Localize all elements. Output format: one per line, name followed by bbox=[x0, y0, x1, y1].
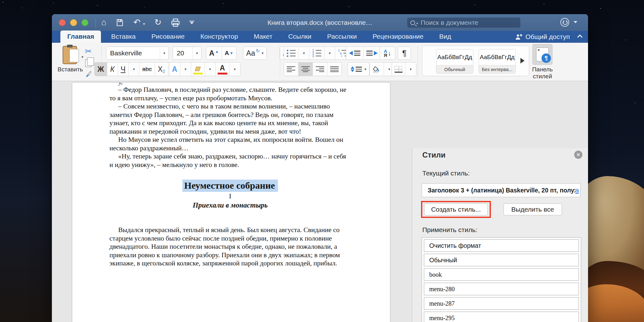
search-input[interactable] bbox=[421, 19, 517, 26]
shrink-font-button[interactable]: A▼ bbox=[222, 47, 236, 59]
chapter-heading[interactable]: Неуместное собрание bbox=[109, 180, 351, 192]
style-preview: АаБбВвГгДд bbox=[436, 49, 473, 65]
save-icon[interactable] bbox=[116, 19, 124, 27]
font-size-combo[interactable]: 20 ▾ bbox=[173, 47, 202, 60]
highlight-dropdown[interactable]: ▾ bbox=[205, 63, 216, 76]
print-icon[interactable] bbox=[171, 19, 180, 27]
customize-toolbar-icon[interactable] bbox=[189, 21, 194, 24]
font-size-dropdown-icon[interactable]: ▾ bbox=[192, 47, 201, 59]
home-icon[interactable]: ⌂ bbox=[101, 18, 106, 27]
autofit-link[interactable]: a bbox=[575, 186, 580, 194]
underline-dropdown[interactable]: ▾ bbox=[129, 63, 139, 76]
style-list-item[interactable]: menu-280 bbox=[424, 283, 579, 295]
section-title[interactable]: Приехали в монастырь bbox=[109, 201, 351, 210]
tab-review[interactable]: Рецензирование bbox=[367, 31, 429, 43]
feedback-smiley-icon[interactable] bbox=[560, 18, 569, 27]
style-list-item[interactable]: Обычный bbox=[424, 254, 579, 266]
selected-text[interactable]: Неуместное собрание bbox=[182, 180, 278, 192]
align-center-button[interactable] bbox=[298, 63, 313, 76]
text-effects-button[interactable]: А bbox=[169, 63, 180, 76]
line-spacing-dropdown-icon[interactable]: ▾ bbox=[364, 67, 366, 71]
line-spacing-button[interactable]: ▾ bbox=[347, 62, 369, 76]
sort-button[interactable]: АЯ↓ bbox=[380, 47, 395, 60]
style-list-item[interactable]: book bbox=[424, 268, 579, 281]
paragraph[interactable]: – Федор Павлович, в последний раз услови… bbox=[109, 86, 351, 102]
close-window-button[interactable] bbox=[59, 19, 66, 26]
minimize-window-button[interactable] bbox=[70, 19, 77, 26]
align-right-button[interactable] bbox=[313, 63, 327, 76]
shading-button[interactable] bbox=[370, 63, 384, 76]
word-window: ⌂ ↶ ▾ ↻ Книга вторая.docx (восстановле… … bbox=[52, 14, 588, 322]
font-color-dropdown[interactable]: ▾ bbox=[230, 63, 240, 76]
feedback-dropdown-icon[interactable] bbox=[574, 21, 577, 23]
tab-design[interactable]: Конструктор bbox=[195, 31, 244, 43]
style-card-no-spacing[interactable]: АаБбВвГгДд Без интерва... bbox=[479, 49, 516, 74]
decrease-indent-button[interactable] bbox=[346, 47, 364, 59]
style-list-item[interactable]: Очистить формат bbox=[424, 239, 579, 252]
align-left-button[interactable] bbox=[284, 63, 298, 76]
change-case-button[interactable]: Аа↻▾ bbox=[243, 47, 267, 60]
tab-home[interactable]: Главная bbox=[60, 31, 101, 43]
tab-mailings[interactable]: Рассылки bbox=[321, 31, 362, 43]
bullet-list-dropdown[interactable]: ▾ bbox=[299, 47, 309, 59]
borders-dropdown[interactable]: ▾ bbox=[405, 63, 416, 76]
current-style-field[interactable]: a bbox=[422, 183, 580, 197]
tab-insert[interactable]: Вставка bbox=[105, 31, 141, 43]
styles-pane-button[interactable]: ¶ bbox=[532, 44, 552, 65]
clipped-line[interactable]: у, bbox=[109, 83, 351, 86]
tab-layout[interactable]: Макет bbox=[248, 31, 278, 43]
document-page[interactable]: у, – Федор Павлович, в последний раз усл… bbox=[72, 83, 390, 322]
change-case-dropdown-icon[interactable]: ▾ bbox=[262, 51, 264, 55]
paragraph[interactable]: – Совсем неизвестно, с чего вы в таком в… bbox=[109, 102, 351, 136]
gallery-more-icon[interactable] bbox=[520, 58, 525, 64]
highlight-button[interactable] bbox=[191, 63, 205, 76]
select-all-button[interactable]: Выделить все bbox=[503, 203, 562, 215]
tab-view[interactable]: Вид bbox=[434, 31, 457, 43]
collapse-ribbon-icon[interactable] bbox=[577, 35, 583, 40]
style-card-normal[interactable]: АаБбВвГгДд Обычный bbox=[436, 49, 473, 74]
close-icon[interactable]: × bbox=[574, 151, 582, 159]
tab-draw[interactable]: Рисование bbox=[146, 31, 190, 43]
strikethrough-button[interactable]: abc bbox=[139, 63, 155, 76]
undo-dropdown-icon[interactable]: ▾ bbox=[143, 22, 145, 27]
search-scope-dropdown-icon[interactable]: ▾ bbox=[416, 21, 418, 25]
group-divider bbox=[280, 46, 280, 77]
create-style-button[interactable]: Создать стиль... bbox=[424, 203, 488, 215]
paragraph[interactable]: Но Миусов не успел ответить на этот сарк… bbox=[109, 136, 351, 152]
format-painter-icon[interactable] bbox=[85, 70, 92, 78]
redo-icon[interactable]: ↻ bbox=[154, 18, 162, 27]
numbered-list-dropdown[interactable]: ▾ bbox=[325, 47, 335, 59]
current-style-input[interactable] bbox=[422, 187, 580, 194]
cut-icon[interactable]: ✂ bbox=[85, 47, 92, 56]
style-list-item[interactable]: menu-287 bbox=[424, 297, 579, 310]
undo-icon[interactable]: ↶ bbox=[133, 18, 141, 27]
zoom-window-button[interactable] bbox=[81, 19, 88, 26]
copy-icon[interactable] bbox=[85, 59, 92, 67]
section-number[interactable]: I bbox=[109, 192, 351, 201]
show-paragraph-marks-button[interactable]: ¶ bbox=[398, 47, 411, 60]
paste-dropdown-icon[interactable]: ▾ bbox=[81, 55, 83, 59]
titlebar: ⌂ ↶ ▾ ↻ Книга вторая.docx (восстановле… … bbox=[52, 14, 588, 31]
italic-button[interactable]: К bbox=[107, 63, 118, 76]
justify-button[interactable] bbox=[327, 63, 341, 76]
font-color-button[interactable]: А bbox=[216, 63, 230, 76]
search-box[interactable]: ▾ bbox=[407, 18, 520, 28]
apply-style-list[interactable]: Очистить формат Обычный book menu-280 me… bbox=[422, 237, 581, 322]
paste-button[interactable]: ▾ Вставить bbox=[58, 46, 82, 73]
numbered-list-button[interactable]: 123 bbox=[309, 47, 325, 59]
subscript-button[interactable]: X2 bbox=[155, 63, 168, 76]
font-name-dropdown-icon[interactable]: ▾ bbox=[160, 47, 169, 59]
paragraph[interactable]: Выдался прекрасный, теплый и ясный день.… bbox=[109, 226, 351, 268]
underline-button[interactable]: Ч bbox=[118, 63, 129, 76]
borders-button[interactable] bbox=[392, 63, 405, 76]
font-name-combo[interactable]: Baskerville ▾ bbox=[106, 47, 169, 60]
text-effects-dropdown[interactable]: ▾ bbox=[180, 63, 191, 76]
paragraph[interactable]: «Ну, теперь заране себя знаю, раздражен,… bbox=[109, 152, 351, 169]
grow-font-button[interactable]: A▲ bbox=[206, 47, 222, 59]
tab-references[interactable]: Ссылки bbox=[282, 31, 317, 43]
bullet-list-button[interactable] bbox=[284, 47, 299, 59]
style-list-item[interactable]: menu-295 bbox=[424, 312, 579, 322]
share-button[interactable]: Общий доступ bbox=[515, 33, 570, 41]
increase-indent-button[interactable] bbox=[364, 47, 380, 59]
bold-button[interactable]: Ж bbox=[95, 63, 107, 76]
